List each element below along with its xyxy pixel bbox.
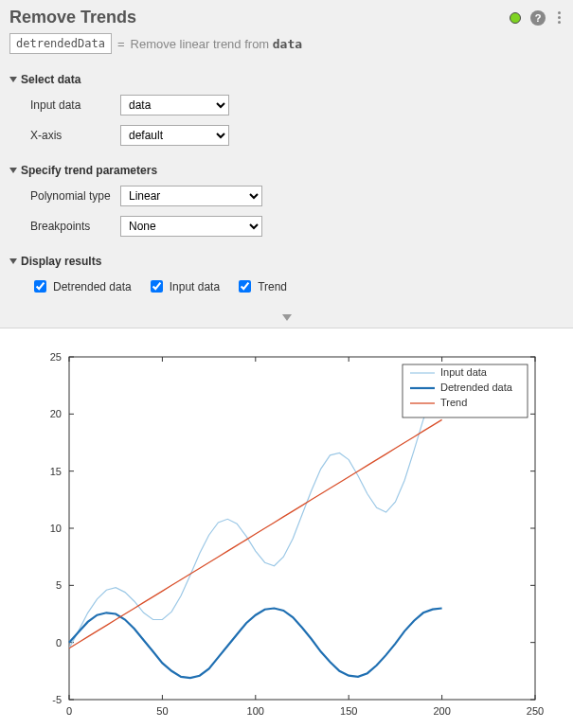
svg-text:150: 150 [340, 705, 357, 717]
chevron-down-icon [9, 77, 17, 82]
display-checkboxes: Detrended data Input data Trend [9, 272, 564, 305]
svg-text:Trend: Trend [440, 397, 467, 408]
field-polynomial-type: Polynomial type Linear [9, 181, 564, 211]
line-chart: 050100150200250-50510152025Input dataDet… [24, 347, 549, 726]
svg-text:Input data: Input data [440, 366, 488, 378]
svg-text:Detrended data: Detrended data [440, 382, 513, 393]
field-label: Input data [30, 98, 120, 112]
section-header-select-data[interactable]: Select data [9, 69, 564, 90]
svg-text:0: 0 [66, 705, 72, 717]
svg-text:0: 0 [56, 637, 62, 648]
output-variable-box[interactable]: detrendedData [9, 33, 112, 54]
section-header-display-results[interactable]: Display results [9, 251, 564, 272]
section-display-results: Display results Detrended data Input dat… [9, 245, 564, 309]
equals-sign: = [117, 37, 125, 51]
header-icons: ? [510, 10, 564, 26]
checkbox-detrended[interactable]: Detrended data [30, 277, 132, 295]
checkbox-label: Input data [170, 280, 220, 293]
chevron-down-icon [282, 314, 292, 321]
checkbox-label: Detrended data [53, 280, 132, 293]
svg-text:250: 250 [527, 705, 544, 717]
checkbox-input-data[interactable]: Input data [147, 277, 220, 295]
svg-text:100: 100 [247, 705, 264, 717]
section-title: Display results [21, 255, 101, 268]
kebab-menu-icon[interactable] [555, 11, 564, 24]
formula-row: detrendedData = Remove linear trend from… [9, 33, 564, 54]
page-title: Remove Trends [9, 8, 136, 27]
section-title: Specify trend parameters [21, 164, 157, 177]
svg-text:10: 10 [50, 523, 62, 534]
input-data-select[interactable]: data [120, 95, 229, 115]
description-text: Remove linear trend from data [131, 37, 303, 51]
checkbox-trend[interactable]: Trend [235, 277, 287, 295]
section-select-data: Select data Input data data X-axis defau… [9, 63, 564, 154]
svg-text:5: 5 [56, 579, 62, 591]
section-title: Select data [21, 73, 81, 86]
field-x-axis: X-axis default [9, 120, 564, 151]
section-header-trend-params[interactable]: Specify trend parameters [9, 160, 564, 181]
field-breakpoints: Breakpoints None [9, 211, 564, 241]
svg-text:15: 15 [50, 466, 62, 477]
checkbox-label: Trend [258, 280, 287, 293]
polynomial-type-select[interactable]: Linear [120, 186, 262, 206]
chevron-down-icon [9, 168, 17, 173]
breakpoints-select[interactable]: None [120, 216, 262, 237]
task-panel: Remove Trends ? detrendedData = Remove l… [0, 0, 573, 328]
svg-text:25: 25 [50, 351, 62, 363]
svg-text:20: 20 [50, 408, 62, 419]
field-input-data: Input data data [9, 90, 564, 120]
chart-region: 050100150200250-50510152025Input dataDet… [0, 328, 573, 728]
header-row: Remove Trends ? [9, 8, 564, 27]
x-axis-select[interactable]: default [120, 125, 229, 146]
expand-toggle[interactable] [9, 309, 564, 328]
status-indicator-icon [510, 12, 521, 24]
help-icon[interactable]: ? [530, 10, 546, 26]
field-label: Polynomial type [30, 189, 120, 203]
svg-text:-5: -5 [52, 694, 62, 705]
checkbox-input[interactable] [239, 280, 251, 293]
svg-text:50: 50 [156, 705, 168, 717]
section-trend-params: Specify trend parameters Polynomial type… [9, 154, 564, 245]
field-label: X-axis [30, 129, 120, 142]
chevron-down-icon [9, 258, 17, 264]
svg-text:200: 200 [433, 705, 450, 717]
checkbox-input[interactable] [151, 280, 163, 293]
checkbox-input[interactable] [34, 280, 46, 293]
field-label: Breakpoints [30, 220, 120, 233]
